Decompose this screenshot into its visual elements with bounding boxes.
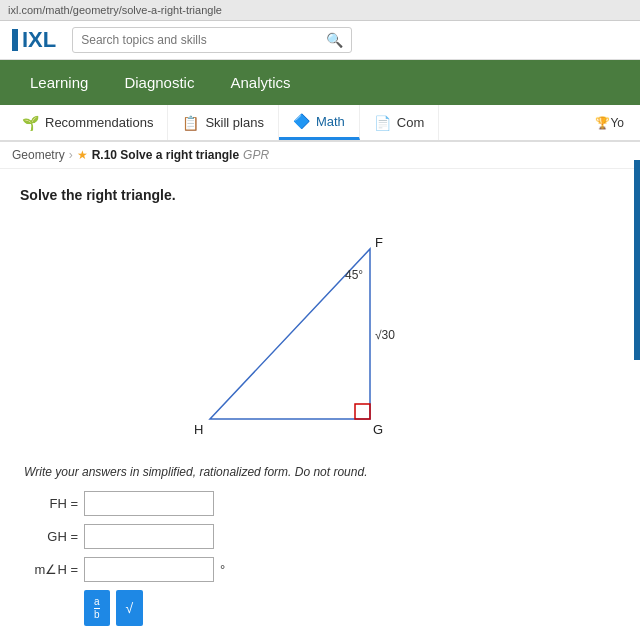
- subnav-recommendations-label: Recommendations: [45, 115, 153, 130]
- mzh-label: m∠H =: [24, 562, 78, 577]
- fraction-button[interactable]: a b: [84, 590, 110, 626]
- gh-input[interactable]: [84, 524, 214, 549]
- nav-item-diagnostic[interactable]: Diagnostic: [106, 60, 212, 105]
- trophy-icon: 🏆: [595, 116, 610, 130]
- triangle-diagram: F H G 45° √30: [20, 219, 620, 449]
- com-icon: 📄: [374, 115, 391, 131]
- browser-url-bar: ixl.com/math/geometry/solve-a-right-tria…: [0, 0, 640, 21]
- main-content: Solve the right triangle. F H G 45° √30: [0, 169, 640, 640]
- search-icon: 🔍: [326, 32, 343, 48]
- subnav-right-label: Yo: [610, 116, 624, 130]
- subnav-math[interactable]: 🔷 Math: [279, 105, 360, 140]
- fh-label: FH =: [24, 496, 78, 511]
- sub-navigation: 🌱 Recommendations 📋 Skill plans 🔷 Math 📄…: [0, 105, 640, 142]
- mzh-input[interactable]: [84, 557, 214, 582]
- recommendations-icon: 🌱: [22, 115, 39, 131]
- degree-symbol: °: [220, 562, 225, 577]
- breadcrumb: Geometry › ★ R.10 Solve a right triangle…: [0, 142, 640, 169]
- subnav-skill-plans-label: Skill plans: [205, 115, 264, 130]
- subnav-right-area: 🏆 Yo: [587, 105, 632, 140]
- nav-item-analytics[interactable]: Analytics: [212, 60, 308, 105]
- subnav-com[interactable]: 📄 Com: [360, 105, 439, 140]
- breadcrumb-star: ★: [77, 148, 88, 162]
- breadcrumb-gpr: GPR: [243, 148, 269, 162]
- breadcrumb-separator: ›: [69, 148, 73, 162]
- svg-text:45°: 45°: [345, 268, 363, 282]
- subnav-com-label: Com: [397, 115, 424, 130]
- sqrt-button[interactable]: √: [116, 590, 144, 626]
- nav-item-learning[interactable]: Learning: [12, 60, 106, 105]
- svg-rect-1: [355, 404, 370, 419]
- gh-label: GH =: [24, 529, 78, 544]
- breadcrumb-parent[interactable]: Geometry: [12, 148, 65, 162]
- answer-section: Write your answers in simplified, ration…: [20, 465, 620, 626]
- subnav-math-label: Math: [316, 114, 345, 129]
- svg-text:H: H: [194, 422, 203, 437]
- svg-text:G: G: [373, 422, 383, 437]
- fh-answer-row: FH =: [24, 491, 616, 516]
- search-input[interactable]: [81, 33, 326, 47]
- skill-plans-icon: 📋: [182, 115, 199, 131]
- fraction-denominator: b: [94, 609, 100, 620]
- mzh-answer-row: m∠H = °: [24, 557, 616, 582]
- svg-text:F: F: [375, 235, 383, 250]
- ixl-logo: IXL: [12, 29, 56, 51]
- problem-title: Solve the right triangle.: [20, 187, 620, 203]
- search-box[interactable]: 🔍: [72, 27, 352, 53]
- top-navigation: IXL 🔍: [0, 21, 640, 60]
- green-nav-bar: Learning Diagnostic Analytics: [0, 60, 640, 105]
- svg-text:√30: √30: [375, 328, 395, 342]
- math-icon: 🔷: [293, 113, 310, 129]
- fh-input[interactable]: [84, 491, 214, 516]
- subnav-skill-plans[interactable]: 📋 Skill plans: [168, 105, 279, 140]
- instructions-text: Write your answers in simplified, ration…: [24, 465, 616, 479]
- fraction-numerator: a: [94, 596, 100, 609]
- gh-answer-row: GH =: [24, 524, 616, 549]
- subnav-recommendations[interactable]: 🌱 Recommendations: [8, 105, 168, 140]
- math-buttons-row: a b √: [84, 590, 616, 626]
- breadcrumb-current: R.10 Solve a right triangle: [92, 148, 239, 162]
- right-sidebar-bar: [634, 160, 640, 360]
